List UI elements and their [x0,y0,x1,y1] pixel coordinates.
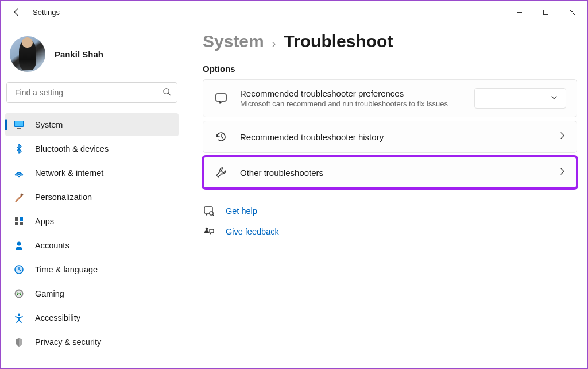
chevron-down-icon [551,93,558,103]
maximize-button[interactable] [532,3,559,21]
footer-links: Get help Give feedback [203,205,577,238]
sidebar-item-apps[interactable]: Apps [5,210,179,233]
svg-rect-10 [20,217,23,221]
section-title: Options [203,64,577,74]
card-subtitle: Microsoft can recommend and run troubles… [240,99,463,108]
breadcrumb: System › Troubleshoot [203,32,577,51]
card-title: Recommended troubleshooter history [240,132,547,142]
sidebar-item-label: Bluetooth & devices [35,144,109,153]
svg-rect-5 [15,121,23,126]
nav-list: System Bluetooth & devices Network & int… [5,113,179,353]
sidebar-item-label: Time & language [35,265,98,274]
gaming-icon [13,288,25,299]
svg-rect-1 [543,10,548,14]
user-name: Pankil Shah [55,49,103,59]
sidebar-item-label: System [35,120,63,129]
help-icon [203,205,215,217]
title-bar: Settings [1,1,587,24]
svg-point-16 [16,291,22,297]
sidebar-item-network[interactable]: Network & internet [5,162,179,184]
accounts-icon [13,240,25,251]
card-title: Recommended troubleshooter preferences [240,89,463,98]
svg-line-3 [168,93,170,95]
back-button[interactable] [9,4,25,20]
sidebar-item-bluetooth[interactable]: Bluetooth & devices [5,137,179,160]
profile-block[interactable]: Pankil Shah [5,33,179,82]
avatar [10,36,45,72]
card-other-troubleshooters[interactable]: Other troubleshooters [203,156,577,189]
history-icon [214,129,229,144]
svg-rect-9 [15,217,18,221]
sidebar-item-accounts[interactable]: Accounts [5,234,179,257]
chevron-right-icon: › [272,37,276,50]
svg-point-2 [164,88,169,93]
sidebar: Pankil Shah System Bluetooth & devices N… [1,24,183,368]
search-input[interactable] [15,88,163,97]
accessibility-icon [13,312,25,324]
sidebar-item-label: Personalization [35,193,92,202]
sidebar-item-system[interactable]: System [5,113,179,136]
sidebar-item-label: Accounts [35,241,69,250]
card-recommended-preferences[interactable]: Recommended troubleshooter preferences M… [203,79,577,117]
system-icon [13,119,25,130]
privacy-icon [13,336,25,348]
minimize-button[interactable] [506,3,532,21]
svg-point-7 [18,176,20,178]
svg-point-13 [17,242,21,246]
main-content: System › Troubleshoot Options Recommende… [183,24,587,368]
network-icon [13,167,25,179]
sidebar-item-accessibility[interactable]: Accessibility [5,306,179,329]
card-title: Other troubleshooters [240,168,547,178]
feedback-icon [203,225,215,238]
personalization-icon [13,191,25,203]
sidebar-item-personalization[interactable]: Personalization [5,186,179,209]
give-feedback-link[interactable]: Give feedback [226,227,279,236]
svg-point-17 [18,314,20,316]
svg-rect-11 [15,222,18,225]
sidebar-item-label: Apps [35,217,54,226]
get-help-link[interactable]: Get help [226,206,257,216]
sidebar-item-time[interactable]: Time & language [5,258,179,281]
time-icon [13,264,25,275]
give-feedback-row: Give feedback [203,225,577,238]
sidebar-item-label: Accessibility [35,313,80,322]
wrench-icon [214,165,229,180]
sidebar-item-label: Gaming [35,289,64,298]
sidebar-item-label: Privacy & security [35,337,101,347]
close-button[interactable] [559,3,585,21]
apps-icon [13,216,25,227]
breadcrumb-parent[interactable]: System [203,32,264,51]
card-recommended-history[interactable]: Recommended troubleshooter history [203,121,577,153]
window-title: Settings [33,8,60,17]
breadcrumb-current: Troubleshoot [284,32,393,51]
svg-rect-6 [17,128,21,129]
chevron-right-icon [558,167,566,178]
svg-rect-12 [20,222,23,225]
chat-icon [214,91,229,106]
bluetooth-icon [13,143,25,155]
svg-rect-18 [216,94,226,101]
svg-point-21 [206,228,208,230]
search-box[interactable] [6,82,177,103]
preferences-dropdown[interactable] [474,88,566,109]
sidebar-item-privacy[interactable]: Privacy & security [5,330,179,353]
svg-line-20 [212,214,214,216]
sidebar-item-gaming[interactable]: Gaming [5,282,179,305]
search-icon [163,87,171,98]
chevron-right-icon [558,132,566,142]
get-help-row: Get help [203,205,577,217]
svg-point-19 [210,212,213,215]
sidebar-item-label: Network & internet [35,168,103,178]
